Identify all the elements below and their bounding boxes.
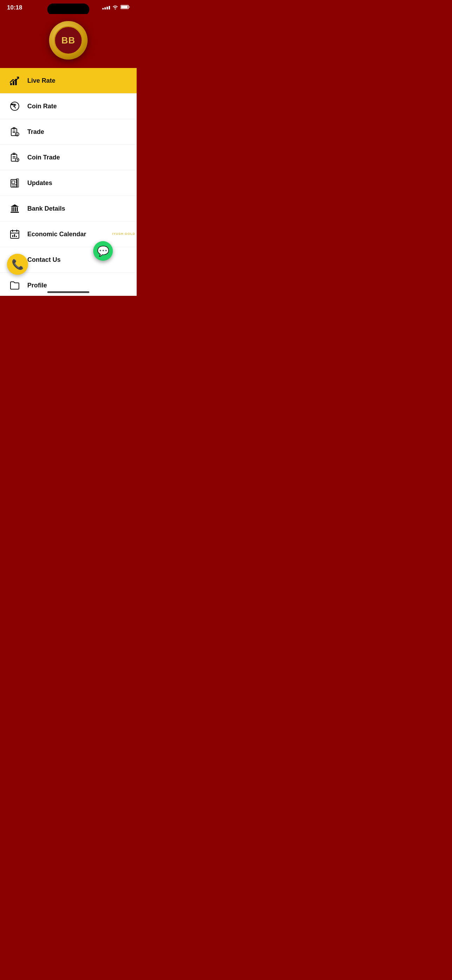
trade-clipboard-icon: $ xyxy=(8,126,21,138)
svg-rect-32 xyxy=(15,207,16,212)
svg-rect-30 xyxy=(11,207,13,212)
svg-rect-34 xyxy=(11,212,19,213)
menu-item-coin-rate-label: Coin Rate xyxy=(27,103,57,110)
signal-icon xyxy=(102,6,110,10)
logo-circle: BB xyxy=(49,21,88,60)
menu-item-updates-label: Updates xyxy=(27,180,52,187)
menu-item-trade[interactable]: $ Trade xyxy=(0,119,137,145)
svg-rect-23 xyxy=(12,181,15,184)
coin-trade-clipboard-icon: ₹ xyxy=(8,151,21,164)
status-time: 10:18 xyxy=(7,4,22,11)
app-screen: N S 728687 PIYU SELL 59100 - 58923 60873… xyxy=(0,0,137,296)
menu-item-profile-label: Profile xyxy=(27,282,47,289)
svg-rect-41 xyxy=(16,236,17,237)
folder-icon xyxy=(8,279,21,292)
whatsapp-icon: 💬 xyxy=(97,245,109,257)
newspaper-icon xyxy=(8,177,21,189)
svg-rect-9 xyxy=(11,104,15,105)
menu-item-live-rate[interactable]: Live Rate xyxy=(0,68,137,94)
wifi-icon xyxy=(112,5,118,11)
signal-dot-3 xyxy=(107,7,108,10)
logo-section: BB xyxy=(0,14,137,68)
drawer-header: BB xyxy=(0,14,137,68)
svg-rect-4 xyxy=(13,81,14,85)
navigation-drawer: 10:18 xyxy=(0,0,137,296)
menu-item-coin-trade[interactable]: ₹ Coin Trade xyxy=(0,145,137,170)
status-icons xyxy=(102,5,130,11)
svg-rect-40 xyxy=(14,234,15,237)
svg-text:$: $ xyxy=(16,133,18,136)
coin-rupee-icon: ₹ xyxy=(8,100,21,113)
menu-item-bank-details-label: Bank Details xyxy=(27,205,65,212)
svg-rect-39 xyxy=(12,235,13,237)
svg-rect-1 xyxy=(121,6,128,8)
brand-label: IYUSH GOLD xyxy=(112,232,135,235)
status-bar: 10:18 xyxy=(0,0,137,14)
signal-dot-1 xyxy=(102,8,104,10)
menu-item-live-rate-label: Live Rate xyxy=(27,77,56,84)
signal-dot-4 xyxy=(108,6,110,10)
svg-marker-29 xyxy=(11,204,19,207)
whatsapp-float-button[interactable]: 💬 xyxy=(93,241,113,261)
menu-item-coin-trade-label: Coin Trade xyxy=(27,154,60,161)
menu-item-trade-label: Trade xyxy=(27,128,44,136)
svg-rect-33 xyxy=(17,207,18,212)
svg-rect-3 xyxy=(10,83,12,85)
bank-building-icon xyxy=(8,202,21,215)
calendar-chart-icon xyxy=(8,228,21,240)
menu-item-economic-calendar-label: Economic Calendar xyxy=(27,231,86,238)
menu-item-contact-us-label: Contact Us xyxy=(27,256,60,264)
menu-item-updates[interactable]: Updates xyxy=(0,170,137,196)
menu-item-bank-details[interactable]: Bank Details xyxy=(0,196,137,221)
phone-icon: 📞 xyxy=(11,259,24,270)
home-indicator xyxy=(47,291,89,293)
battery-icon xyxy=(121,5,130,11)
menu-item-coin-rate[interactable]: ₹ Coin Rate xyxy=(0,94,137,119)
svg-rect-8 xyxy=(11,105,13,105)
svg-rect-31 xyxy=(13,207,14,212)
logo-text: BB xyxy=(61,35,75,46)
dynamic-island xyxy=(47,3,89,16)
logo-inner: BB xyxy=(54,26,83,55)
signal-dot-2 xyxy=(104,7,106,10)
phone-float-button[interactable]: 📞 xyxy=(7,254,28,275)
svg-rect-2 xyxy=(129,6,130,8)
chart-up-icon xyxy=(8,74,21,87)
